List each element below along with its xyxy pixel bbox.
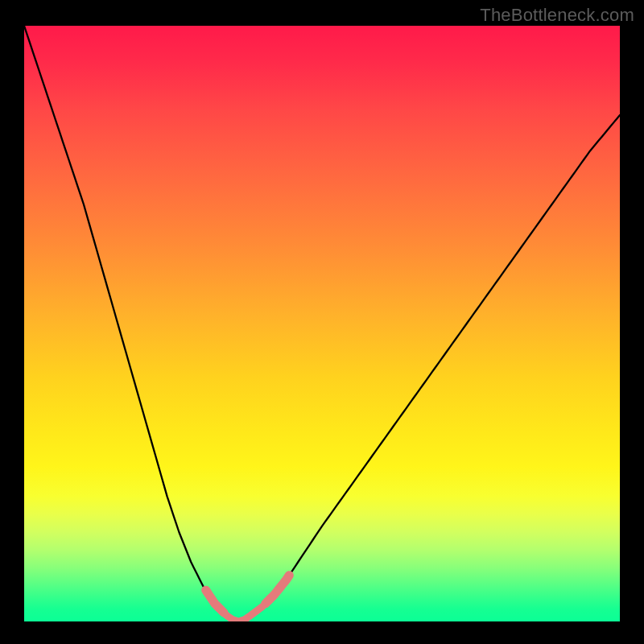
curve-layer [24, 26, 620, 621]
highlight-right-branch [266, 576, 290, 604]
chart-stage: TheBottleneck.com [0, 0, 644, 644]
plot-area [24, 26, 620, 621]
highlight-valley-floor [221, 607, 262, 622]
watermark-text: TheBottleneck.com [480, 5, 634, 26]
bottleneck-curve [24, 26, 620, 621]
